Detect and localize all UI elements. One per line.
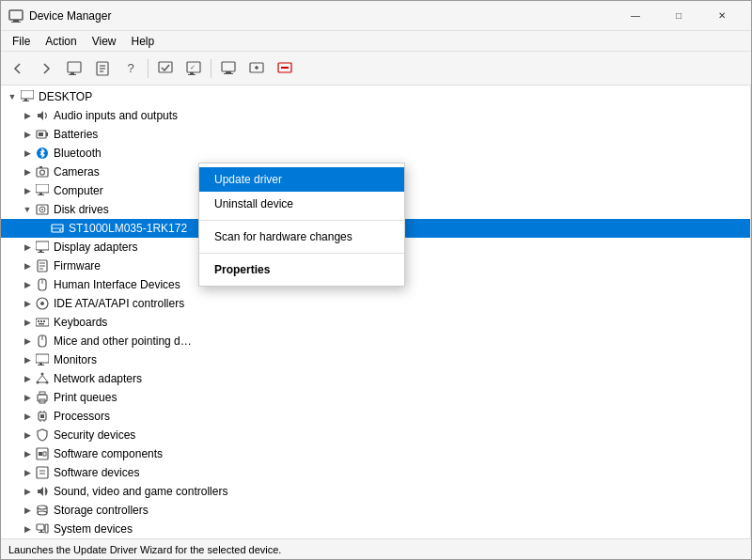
svg-rect-57: [39, 323, 44, 325]
tree-item-desktop[interactable]: ▼ DESKTOP: [1, 87, 750, 106]
tree-item-bluetooth[interactable]: ▶ Bluetooth: [1, 144, 750, 163]
tree-item-mice[interactable]: ▶ Mice and other pointing d…: [1, 332, 750, 350]
tree-item-batteries[interactable]: ▶ Batteries: [1, 125, 750, 144]
expand-monitors[interactable]: ▶: [20, 352, 35, 367]
expand-swdevices[interactable]: ▶: [20, 465, 35, 480]
expand-processors[interactable]: ▶: [20, 409, 35, 424]
network-icon: [35, 371, 50, 386]
tree-item-audio[interactable]: ▶ Audio inputs and outputs: [1, 106, 750, 125]
tree-item-keyboards[interactable]: ▶ Keyboards: [1, 313, 750, 332]
sound-label: Sound, video and game controllers: [54, 485, 227, 498]
ctx-update-driver[interactable]: Update driver: [199, 167, 404, 192]
expand-hid[interactable]: ▶: [20, 277, 35, 292]
toolbar-properties[interactable]: [89, 55, 116, 82]
expand-keyboards[interactable]: ▶: [20, 315, 35, 330]
ide-label: IDE ATA/ATAPI controllers: [54, 297, 184, 310]
svg-rect-27: [46, 132, 48, 136]
expand-diskdrives[interactable]: ▼: [20, 202, 35, 217]
svg-rect-17: [224, 73, 233, 74]
toolbar-add[interactable]: [243, 55, 270, 82]
status-text: Launches the Update Driver Wizard for th…: [8, 544, 281, 555]
expand-cameras[interactable]: ▶: [20, 164, 35, 179]
display-icon: [35, 240, 50, 255]
svg-rect-2: [11, 22, 21, 23]
expand-computer[interactable]: ▶: [20, 183, 35, 198]
expand-sysdevices[interactable]: ▶: [20, 521, 35, 537]
tree-item-monitors[interactable]: ▶ Monitors: [1, 350, 750, 369]
desktop-label: DESKTOP: [39, 90, 92, 103]
ctx-properties[interactable]: Properties: [199, 257, 404, 282]
svg-rect-81: [37, 467, 48, 478]
expand-bluetooth[interactable]: ▶: [20, 146, 35, 161]
toolbar: ? ✓: [1, 52, 751, 86]
svg-rect-5: [69, 74, 76, 75]
expand-audio[interactable]: ▶: [20, 108, 35, 123]
expand-batteries[interactable]: ▶: [20, 127, 35, 142]
diskdrives-icon: [35, 202, 50, 217]
toolbar-help[interactable]: ?: [118, 55, 144, 82]
tree-item-swcomponents[interactable]: ▶ Software components: [1, 444, 750, 463]
svg-point-31: [40, 170, 45, 175]
tree-item-sound[interactable]: ▶ Sound, video and game controllers: [1, 482, 750, 501]
keyboards-icon: [35, 315, 50, 330]
toolbar-monitor[interactable]: [215, 55, 242, 82]
display-label: Display adapters: [54, 241, 137, 254]
svg-rect-42: [36, 241, 49, 250]
svg-rect-3: [68, 62, 81, 72]
storage-label: Storage controllers: [54, 504, 149, 517]
close-button[interactable]: ✕: [700, 1, 744, 31]
svg-point-38: [41, 209, 43, 210]
toolbar-forward[interactable]: [33, 55, 59, 82]
tree-item-security[interactable]: ▶ Security devices: [1, 426, 750, 444]
expand-desktop[interactable]: ▼: [5, 89, 20, 104]
menu-view[interactable]: View: [85, 33, 124, 50]
expand-mice[interactable]: ▶: [20, 334, 35, 349]
titlebar: Device Manager — □ ✕: [1, 1, 751, 31]
expand-display[interactable]: ▶: [20, 240, 35, 255]
menu-help[interactable]: Help: [124, 33, 163, 50]
toolbar-back[interactable]: [5, 55, 31, 82]
minimize-button[interactable]: —: [614, 1, 657, 31]
svg-rect-80: [43, 452, 46, 456]
svg-rect-32: [39, 166, 42, 168]
expand-sound[interactable]: ▶: [20, 484, 35, 499]
print-label: Print queues: [54, 391, 117, 404]
expand-print[interactable]: ▶: [20, 390, 35, 405]
device-tree[interactable]: ▼ DESKTOP ▶: [1, 86, 751, 538]
svg-rect-28: [39, 132, 43, 136]
tree-item-swdevices[interactable]: ▶ Software devices: [1, 463, 750, 482]
device-manager-window: Device Manager — □ ✕ File Action View He…: [0, 0, 752, 560]
expand-security[interactable]: ▶: [20, 428, 35, 443]
svg-rect-56: [43, 320, 45, 322]
menu-action[interactable]: Action: [38, 33, 84, 50]
toolbar-scan[interactable]: [152, 55, 179, 82]
expand-firmware[interactable]: ▶: [20, 258, 35, 273]
keyboards-label: Keyboards: [54, 316, 107, 329]
ctx-scan-changes[interactable]: Scan for hardware changes: [199, 225, 404, 249]
network-label: Network adapters: [54, 372, 142, 385]
svg-point-63: [41, 373, 44, 376]
toolbar-remove[interactable]: [272, 55, 298, 82]
toolbar-up[interactable]: [61, 55, 87, 82]
maximize-button[interactable]: □: [657, 1, 700, 31]
expand-swcomponents[interactable]: ▶: [20, 446, 35, 461]
cameras-label: Cameras: [54, 165, 100, 179]
tree-item-ide[interactable]: ▶ IDE ATA/ATAPI controllers: [1, 294, 750, 313]
tree-item-print[interactable]: ▶ Print queues: [1, 388, 750, 407]
toolbar-update[interactable]: ✓: [180, 55, 207, 82]
svg-rect-10: [159, 62, 172, 72]
audio-label: Audio inputs and outputs: [54, 109, 178, 122]
ctx-uninstall-device[interactable]: Uninstall device: [199, 192, 404, 216]
tree-item-network[interactable]: ▶ Network adapters: [1, 369, 750, 388]
expand-storage[interactable]: ▶: [20, 503, 35, 518]
expand-ide[interactable]: ▶: [20, 296, 35, 311]
tree-item-processors[interactable]: ▶ Processors: [1, 407, 750, 426]
computer-label: Computer: [54, 184, 103, 197]
batteries-icon: [35, 127, 50, 142]
expand-network[interactable]: ▶: [20, 371, 35, 386]
menubar: File Action View Help: [1, 31, 751, 52]
tree-item-sysdevices[interactable]: ▶ System devices: [1, 520, 750, 538]
svg-rect-54: [38, 320, 39, 322]
tree-item-storage[interactable]: ▶ Storage controllers: [1, 501, 750, 520]
menu-file[interactable]: File: [5, 33, 38, 50]
